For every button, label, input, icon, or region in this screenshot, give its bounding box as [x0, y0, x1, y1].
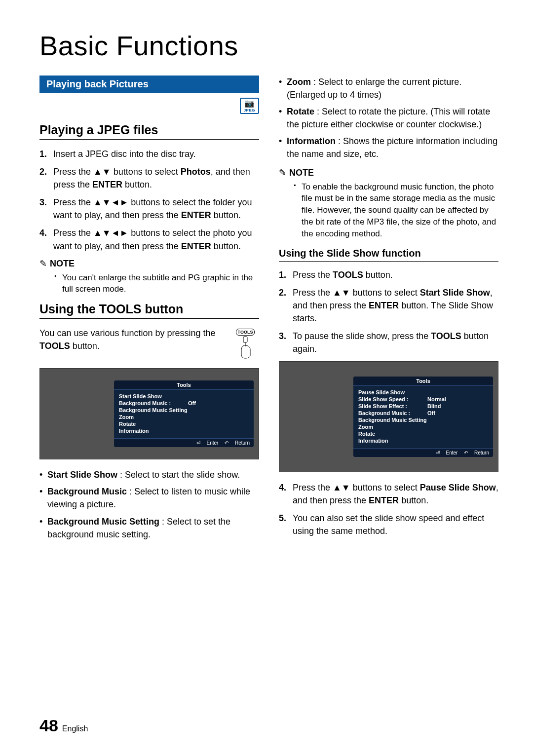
- step-number: 1.: [39, 148, 53, 160]
- popup-row-label: Rotate: [119, 421, 188, 427]
- left-column: Playing back Pictures 📷 JPEG Playing a J…: [39, 76, 259, 548]
- popup-row: Background Music Setting: [358, 416, 488, 423]
- step-number: 2.: [39, 165, 53, 191]
- list-item: Zoom : Select to enlarge the current pic…: [279, 76, 498, 101]
- remote-hand-icon: [235, 336, 255, 359]
- step-item: 4.Press the ▲▼ buttons to select Pause S…: [279, 481, 498, 507]
- popup-row: Background Music :Off: [119, 400, 249, 407]
- tools-intro-row: You can use various function by pressing…: [39, 327, 259, 359]
- tools-button-graphic: TOOLS: [231, 327, 259, 359]
- step-number: 3.: [39, 196, 53, 222]
- tools-bullets-right-top: Zoom : Select to enlarge the current pic…: [279, 76, 498, 161]
- note-label: NOTE: [289, 168, 314, 178]
- svg-rect-0: [243, 337, 247, 342]
- step-item: 3.Press the ▲▼◄► buttons to select the f…: [39, 196, 259, 222]
- popup-row: Information: [358, 437, 488, 444]
- popup-header: Tools: [114, 380, 254, 390]
- page-footer: 48 English: [39, 716, 88, 735]
- popup-row-value: Off: [427, 410, 435, 416]
- popup-row-label: Information: [119, 428, 188, 434]
- list-item: Information : Shows the picture informat…: [279, 135, 498, 160]
- heading-using-tools: Using the TOOLS button: [39, 302, 259, 319]
- page-title: Basic Functions: [39, 30, 498, 62]
- tools-bullets-left: Start Slide Show : Select to start the s…: [39, 468, 259, 540]
- tools-paragraph: You can use various function by pressing…: [39, 327, 225, 352]
- enter-label: Enter: [207, 440, 219, 446]
- jpeg-icon: 📷 JPEG: [240, 98, 259, 114]
- step-text: Insert a JPEG disc into the disc tray.: [53, 148, 259, 160]
- step-text: Press the ▲▼ buttons to select Pause Sli…: [293, 481, 498, 507]
- return-label: Return: [235, 440, 250, 446]
- heading-playing-jpeg: Playing a JPEG files: [39, 123, 259, 140]
- note-body-right: To enable the background music function,…: [279, 181, 498, 240]
- steps-slideshow-b: 4.Press the ▲▼ buttons to select Pause S…: [279, 481, 498, 537]
- popup-footer: ⏎ Enter ↶ Return: [114, 438, 254, 447]
- popup-row: Pause Slide Show: [358, 389, 488, 396]
- popup-row-label: Background Music Setting: [119, 407, 188, 413]
- subheading-slideshow: Using the Slide Show function: [279, 248, 498, 262]
- tools-button-label: TOOLS: [236, 329, 255, 336]
- popup-row: Background Music :Off: [358, 410, 488, 416]
- popup-body: Start Slide ShowBackground Music :OffBac…: [114, 390, 254, 438]
- return-hint: ↶ Return: [464, 450, 489, 455]
- popup-row: Information: [119, 427, 249, 434]
- step-number: 2.: [279, 286, 293, 325]
- enter-hint: ⏎ Enter: [196, 440, 219, 446]
- step-item: 2.Press the ▲▼ buttons to select Start S…: [279, 286, 498, 325]
- return-label: Return: [474, 450, 489, 455]
- popup-row: Slide Show Effect :Blind: [358, 403, 488, 410]
- pencil-icon: ✎: [39, 259, 47, 268]
- step-text: Press the ▲▼◄► buttons to select the fol…: [53, 196, 259, 222]
- popup-row: Rotate: [119, 420, 249, 427]
- popup-row-label: Slide Show Speed :: [358, 396, 427, 402]
- popup-row-value: Normal: [427, 396, 446, 402]
- step-text: Press the ▲▼ buttons to select Photos, a…: [53, 165, 259, 191]
- page-language: English: [62, 724, 88, 733]
- step-number: 1.: [279, 268, 293, 281]
- note-label: NOTE: [50, 259, 75, 269]
- tools-popup-1: Tools Start Slide ShowBackground Music :…: [114, 380, 254, 447]
- popup-row-label: Start Slide Show: [119, 393, 188, 399]
- popup-row-label: Background Music :: [119, 400, 188, 406]
- popup-row: Zoom: [119, 414, 249, 420]
- popup-row-label: Slide Show Effect :: [358, 403, 427, 409]
- step-text: To pause the slide show, press the TOOLS…: [293, 330, 498, 355]
- step-number: 5.: [279, 512, 293, 537]
- steps-playing-jpeg: 1.Insert a JPEG disc into the disc tray.…: [39, 148, 259, 253]
- jpeg-badge-wrap: 📷 JPEG: [39, 98, 259, 114]
- popup-row: Rotate: [358, 430, 488, 437]
- tv-screenshot-1: Tools Start Slide ShowBackground Music :…: [39, 368, 259, 459]
- section-banner: Playing back Pictures: [39, 76, 259, 93]
- step-text: Press the TOOLS button.: [293, 268, 498, 281]
- popup-row-label: Zoom: [119, 414, 188, 420]
- popup-row-label: Zoom: [358, 424, 427, 430]
- tv-screenshot-2: Tools Pause Slide ShowSlide Show Speed :…: [279, 361, 498, 472]
- note-heading: ✎ NOTE: [39, 259, 259, 269]
- popup-row: Background Music Setting: [119, 407, 249, 414]
- note-body: You can't enlarge the subtitle and PG gr…: [39, 272, 259, 296]
- columns: Playing back Pictures 📷 JPEG Playing a J…: [39, 76, 498, 548]
- list-item: Background Music Setting : Select to set…: [39, 515, 259, 541]
- list-item: Background Music : Select to listen to m…: [39, 485, 259, 511]
- popup-row-value: Off: [188, 400, 196, 406]
- return-hint: ↶ Return: [225, 440, 250, 446]
- popup-body: Pause Slide ShowSlide Show Speed :Normal…: [353, 386, 493, 448]
- step-item: 5.You can also set the slide show speed …: [279, 512, 498, 537]
- popup-row: Slide Show Speed :Normal: [358, 396, 488, 403]
- step-text: You can also set the slide show speed an…: [293, 512, 498, 537]
- step-item: 2.Press the ▲▼ buttons to select Photos,…: [39, 165, 259, 191]
- list-item: You can't enlarge the subtitle and PG gr…: [54, 272, 259, 296]
- tools-popup-2: Tools Pause Slide ShowSlide Show Speed :…: [353, 377, 493, 457]
- note-heading-right: ✎ NOTE: [279, 168, 498, 178]
- step-item: 1.Insert a JPEG disc into the disc tray.: [39, 148, 259, 160]
- step-item: 3.To pause the slide show, press the TOO…: [279, 330, 498, 355]
- steps-slideshow-a: 1.Press the TOOLS button.2.Press the ▲▼ …: [279, 268, 498, 356]
- step-number: 4.: [279, 481, 293, 507]
- list-item: To enable the background music function,…: [294, 181, 498, 240]
- right-column: Zoom : Select to enlarge the current pic…: [279, 76, 498, 548]
- step-number: 3.: [279, 330, 293, 355]
- popup-row-label: Background Music Setting: [358, 417, 427, 423]
- step-item: 4.Press the ▲▼◄► buttons to select the p…: [39, 227, 259, 252]
- popup-row-value: Blind: [427, 403, 441, 409]
- popup-row-label: Information: [358, 438, 427, 444]
